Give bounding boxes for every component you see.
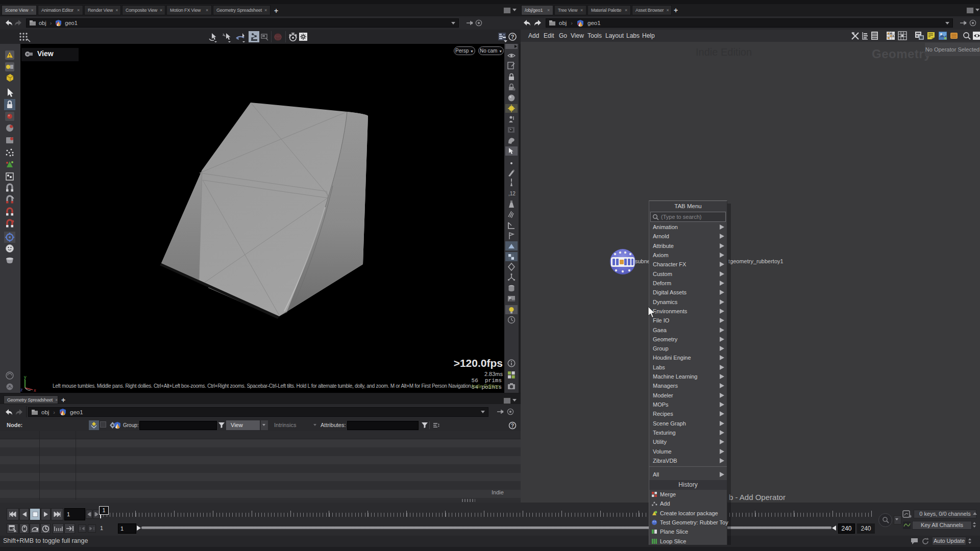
svg-text:?: ? bbox=[511, 423, 514, 429]
svg-text:,12: ,12 bbox=[508, 191, 516, 196]
svg-text:?: ? bbox=[511, 34, 514, 40]
svg-text:y: y bbox=[24, 375, 27, 380]
